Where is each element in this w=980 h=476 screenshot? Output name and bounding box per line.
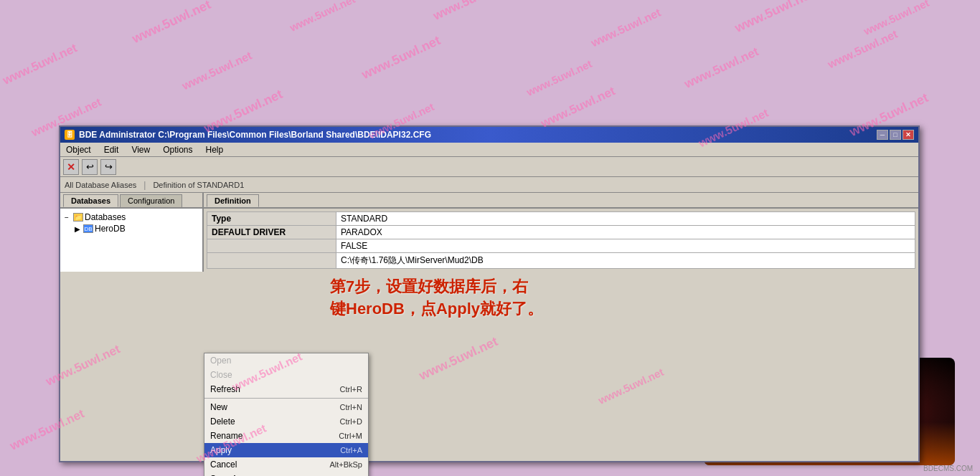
left-panel: − 📁 Databases ▶ DB HeroDB (60, 209, 204, 272)
ctx-rename-shortcut: Ctrl+M (339, 432, 362, 440)
def-key-path (207, 253, 336, 269)
info-value: Definition of STANDARD1 (153, 181, 244, 189)
ctx-cancel-label: Cancel (210, 460, 237, 470)
ctx-delete-shortcut: Ctrl+D (340, 417, 362, 426)
title-bar: 🗄 BDE Administrator C:\Program Files\Com… (60, 127, 918, 143)
close-button[interactable]: ✕ (903, 130, 914, 140)
right-tab-bar: Definition (204, 193, 918, 209)
title-bar-left: 🗄 BDE Administrator C:\Program Files\Com… (65, 130, 431, 140)
def-row-type: Type STANDARD (207, 212, 915, 226)
ctx-cancel[interactable]: Cancel Alt+BkSp (204, 457, 368, 472)
info-separator: | (143, 180, 146, 190)
minimize-button[interactable]: ─ (877, 130, 888, 140)
toolbar-undo-btn[interactable]: ↩ (82, 159, 98, 175)
footer-watermark: BDECMS.COM (923, 465, 973, 472)
close-icon: ✕ (67, 161, 75, 173)
def-value-path: C:\传奇\1.76隐人\MirServer\Mud2\DB (336, 253, 915, 269)
def-value-driver: PARADOX (336, 226, 915, 239)
menu-help[interactable]: Help (203, 145, 227, 155)
ctx-cancel-shortcut: Alt+BkSp (329, 460, 362, 469)
ctx-open[interactable]: Open (204, 353, 368, 368)
ctx-rename[interactable]: Rename Ctrl+M (204, 429, 368, 443)
def-row-path: C:\传奇\1.76隐人\MirServer\Mud2\DB (207, 253, 915, 269)
menu-edit[interactable]: Edit (101, 145, 122, 155)
window-title: BDE Administrator C:\Program Files\Commo… (79, 130, 431, 140)
ctx-apply-shortcut: Ctrl+A (340, 446, 362, 454)
tree-expand-child[interactable]: ▶ (75, 225, 82, 233)
instruction-line2: 键HeroDB，点Apply就好了。 (330, 298, 543, 320)
tree-label-herodb: HeroDB (95, 224, 126, 234)
def-value-type: STANDARD (336, 212, 915, 226)
maximize-button[interactable]: □ (890, 130, 901, 140)
tree-icon-herodb: DB (83, 224, 93, 233)
menu-options[interactable]: Options (160, 145, 195, 155)
instruction-line1: 第7步，设置好数据库后，右 (330, 276, 543, 298)
tree-root[interactable]: − 📁 Databases (63, 211, 199, 223)
ctx-close-label: Close (210, 370, 232, 380)
info-bar: All Database Aliases | Definition of STA… (60, 177, 918, 193)
tab-header-row: Databases Configuration Definition (60, 193, 918, 209)
toolbar-redo-btn[interactable]: ↪ (100, 159, 116, 175)
left-tab-bar: Databases Configuration (60, 193, 204, 209)
window-controls: ─ □ ✕ (877, 130, 914, 140)
info-label: All Database Aliases (65, 181, 136, 189)
toolbar-close-btn[interactable]: ✕ (63, 159, 79, 175)
tab-databases[interactable]: Databases (63, 194, 118, 207)
main-content: Databases Configuration Definition − 📁 D… (60, 193, 918, 272)
toolbar: ✕ ↩ ↪ (60, 157, 918, 177)
def-key-type: Type (207, 212, 336, 226)
def-row-driver: DEFAULT DRIVER PARADOX (207, 226, 915, 239)
def-key-3 (207, 239, 336, 253)
tree-expand-root[interactable]: − (65, 214, 72, 222)
ctx-rename-label: Rename (210, 431, 242, 441)
ctx-refresh-shortcut: Ctrl+R (340, 385, 362, 394)
ctx-delete[interactable]: Delete Ctrl+D (204, 414, 368, 429)
tab-configuration[interactable]: Configuration (120, 194, 182, 207)
menu-object[interactable]: Object (63, 145, 94, 155)
app-icon: 🗄 (65, 130, 75, 140)
menu-view[interactable]: View (128, 145, 153, 155)
ctx-new-label: New (210, 402, 227, 412)
ctx-new-shortcut: Ctrl+N (340, 403, 362, 411)
ctx-apply-label: Apply (210, 445, 232, 455)
ctx-refresh[interactable]: Refresh Ctrl+R (204, 382, 368, 396)
definition-table: Type STANDARD DEFAULT DRIVER PARADOX FAL… (207, 211, 915, 269)
instruction-text: 第7步，设置好数据库后，右 键HeroDB，点Apply就好了。 (330, 276, 543, 320)
def-key-driver: DEFAULT DRIVER (207, 226, 336, 239)
ctx-open-label: Open (210, 356, 231, 366)
undo-icon: ↩ (86, 161, 94, 172)
ctx-refresh-label: Refresh (210, 384, 240, 394)
right-panel: Type STANDARD DEFAULT DRIVER PARADOX FAL… (204, 209, 918, 272)
tree-child-item[interactable]: ▶ DB HeroDB (63, 223, 199, 234)
ctx-close[interactable]: Close (204, 368, 368, 382)
tree-icon-databases: 📁 (73, 213, 83, 222)
tab-definition[interactable]: Definition (207, 194, 259, 207)
footer-text: BDECMS.COM (923, 465, 973, 472)
redo-icon: ↪ (105, 161, 113, 172)
panels: − 📁 Databases ▶ DB HeroDB Type STANDARD (60, 209, 918, 272)
def-row-3: FALSE (207, 239, 915, 253)
def-value-3: FALSE (336, 239, 915, 253)
ctx-saveas[interactable]: Save As... Ctrl+S (204, 472, 368, 476)
menu-bar: Object Edit View Options Help (60, 143, 918, 157)
ctx-new[interactable]: New Ctrl+N (204, 400, 368, 414)
tree-label-databases: Databases (85, 212, 126, 222)
ctx-apply[interactable]: Apply Ctrl+A (204, 443, 368, 457)
ctx-delete-label: Delete (210, 416, 235, 427)
context-menu: Open Close Refresh Ctrl+R New Ctrl+N Del… (204, 353, 369, 476)
ctx-sep-1 (204, 398, 368, 399)
